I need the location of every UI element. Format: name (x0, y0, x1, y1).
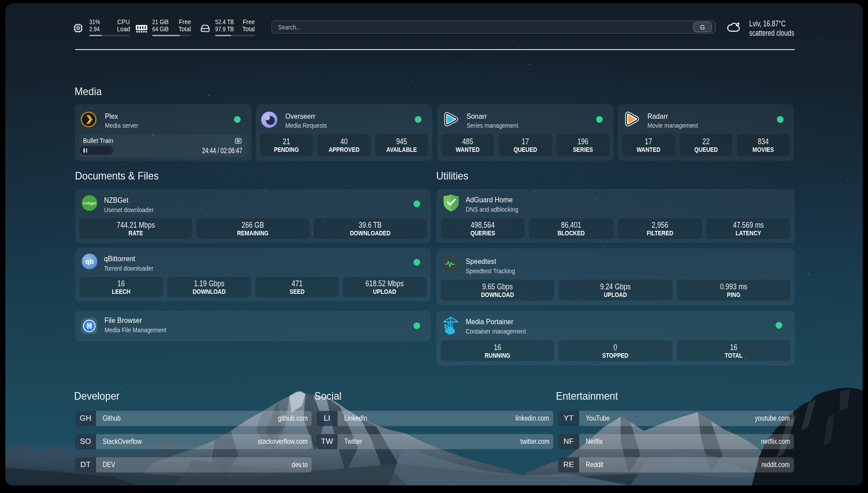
svg-text:nzbget: nzbget (83, 201, 96, 205)
svg-text:qb: qb (85, 258, 93, 265)
